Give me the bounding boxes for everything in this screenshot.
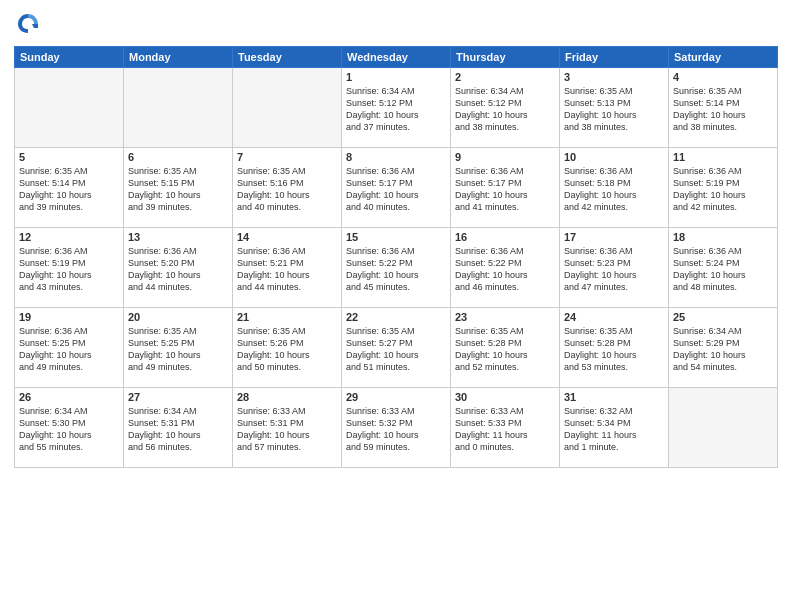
calendar-cell: 12Sunrise: 6:36 AM Sunset: 5:19 PM Dayli… xyxy=(15,228,124,308)
day-info: Sunrise: 6:34 AM Sunset: 5:31 PM Dayligh… xyxy=(128,405,228,454)
day-info: Sunrise: 6:34 AM Sunset: 5:30 PM Dayligh… xyxy=(19,405,119,454)
day-info: Sunrise: 6:36 AM Sunset: 5:22 PM Dayligh… xyxy=(455,245,555,294)
day-number: 2 xyxy=(455,71,555,83)
calendar-cell: 26Sunrise: 6:34 AM Sunset: 5:30 PM Dayli… xyxy=(15,388,124,468)
calendar-cell: 29Sunrise: 6:33 AM Sunset: 5:32 PM Dayli… xyxy=(342,388,451,468)
day-number: 19 xyxy=(19,311,119,323)
day-info: Sunrise: 6:35 AM Sunset: 5:16 PM Dayligh… xyxy=(237,165,337,214)
calendar-cell xyxy=(124,68,233,148)
calendar-cell: 18Sunrise: 6:36 AM Sunset: 5:24 PM Dayli… xyxy=(669,228,778,308)
day-number: 27 xyxy=(128,391,228,403)
calendar-cell xyxy=(233,68,342,148)
weekday-header-row: SundayMondayTuesdayWednesdayThursdayFrid… xyxy=(15,47,778,68)
calendar-cell: 5Sunrise: 6:35 AM Sunset: 5:14 PM Daylig… xyxy=(15,148,124,228)
day-info: Sunrise: 6:34 AM Sunset: 5:29 PM Dayligh… xyxy=(673,325,773,374)
day-number: 31 xyxy=(564,391,664,403)
day-number: 1 xyxy=(346,71,446,83)
calendar-cell: 20Sunrise: 6:35 AM Sunset: 5:25 PM Dayli… xyxy=(124,308,233,388)
day-info: Sunrise: 6:36 AM Sunset: 5:23 PM Dayligh… xyxy=(564,245,664,294)
calendar-cell: 24Sunrise: 6:35 AM Sunset: 5:28 PM Dayli… xyxy=(560,308,669,388)
day-number: 14 xyxy=(237,231,337,243)
day-info: Sunrise: 6:36 AM Sunset: 5:22 PM Dayligh… xyxy=(346,245,446,294)
day-number: 6 xyxy=(128,151,228,163)
day-number: 30 xyxy=(455,391,555,403)
day-info: Sunrise: 6:35 AM Sunset: 5:13 PM Dayligh… xyxy=(564,85,664,134)
calendar-cell: 22Sunrise: 6:35 AM Sunset: 5:27 PM Dayli… xyxy=(342,308,451,388)
day-number: 25 xyxy=(673,311,773,323)
calendar-cell: 6Sunrise: 6:35 AM Sunset: 5:15 PM Daylig… xyxy=(124,148,233,228)
day-info: Sunrise: 6:36 AM Sunset: 5:21 PM Dayligh… xyxy=(237,245,337,294)
day-info: Sunrise: 6:35 AM Sunset: 5:25 PM Dayligh… xyxy=(128,325,228,374)
calendar-cell: 11Sunrise: 6:36 AM Sunset: 5:19 PM Dayli… xyxy=(669,148,778,228)
calendar-cell: 17Sunrise: 6:36 AM Sunset: 5:23 PM Dayli… xyxy=(560,228,669,308)
calendar-cell xyxy=(15,68,124,148)
calendar-cell: 19Sunrise: 6:36 AM Sunset: 5:25 PM Dayli… xyxy=(15,308,124,388)
calendar-cell: 14Sunrise: 6:36 AM Sunset: 5:21 PM Dayli… xyxy=(233,228,342,308)
day-info: Sunrise: 6:36 AM Sunset: 5:25 PM Dayligh… xyxy=(19,325,119,374)
day-number: 28 xyxy=(237,391,337,403)
day-info: Sunrise: 6:33 AM Sunset: 5:33 PM Dayligh… xyxy=(455,405,555,454)
page: SundayMondayTuesdayWednesdayThursdayFrid… xyxy=(0,0,792,612)
calendar-cell: 9Sunrise: 6:36 AM Sunset: 5:17 PM Daylig… xyxy=(451,148,560,228)
calendar-cell: 28Sunrise: 6:33 AM Sunset: 5:31 PM Dayli… xyxy=(233,388,342,468)
calendar-cell: 10Sunrise: 6:36 AM Sunset: 5:18 PM Dayli… xyxy=(560,148,669,228)
weekday-wednesday: Wednesday xyxy=(342,47,451,68)
day-number: 13 xyxy=(128,231,228,243)
day-number: 8 xyxy=(346,151,446,163)
week-row-1: 1Sunrise: 6:34 AM Sunset: 5:12 PM Daylig… xyxy=(15,68,778,148)
calendar-cell xyxy=(669,388,778,468)
day-number: 15 xyxy=(346,231,446,243)
day-info: Sunrise: 6:36 AM Sunset: 5:19 PM Dayligh… xyxy=(673,165,773,214)
day-info: Sunrise: 6:32 AM Sunset: 5:34 PM Dayligh… xyxy=(564,405,664,454)
day-info: Sunrise: 6:35 AM Sunset: 5:15 PM Dayligh… xyxy=(128,165,228,214)
calendar-cell: 3Sunrise: 6:35 AM Sunset: 5:13 PM Daylig… xyxy=(560,68,669,148)
calendar-cell: 31Sunrise: 6:32 AM Sunset: 5:34 PM Dayli… xyxy=(560,388,669,468)
week-row-4: 19Sunrise: 6:36 AM Sunset: 5:25 PM Dayli… xyxy=(15,308,778,388)
day-info: Sunrise: 6:36 AM Sunset: 5:24 PM Dayligh… xyxy=(673,245,773,294)
day-info: Sunrise: 6:35 AM Sunset: 5:14 PM Dayligh… xyxy=(673,85,773,134)
day-number: 29 xyxy=(346,391,446,403)
weekday-monday: Monday xyxy=(124,47,233,68)
day-info: Sunrise: 6:35 AM Sunset: 5:14 PM Dayligh… xyxy=(19,165,119,214)
day-info: Sunrise: 6:33 AM Sunset: 5:31 PM Dayligh… xyxy=(237,405,337,454)
day-number: 20 xyxy=(128,311,228,323)
logo xyxy=(14,10,46,38)
weekday-friday: Friday xyxy=(560,47,669,68)
weekday-thursday: Thursday xyxy=(451,47,560,68)
day-number: 3 xyxy=(564,71,664,83)
day-number: 10 xyxy=(564,151,664,163)
calendar-cell: 2Sunrise: 6:34 AM Sunset: 5:12 PM Daylig… xyxy=(451,68,560,148)
day-info: Sunrise: 6:36 AM Sunset: 5:17 PM Dayligh… xyxy=(346,165,446,214)
calendar-cell: 13Sunrise: 6:36 AM Sunset: 5:20 PM Dayli… xyxy=(124,228,233,308)
day-info: Sunrise: 6:36 AM Sunset: 5:18 PM Dayligh… xyxy=(564,165,664,214)
day-info: Sunrise: 6:35 AM Sunset: 5:28 PM Dayligh… xyxy=(564,325,664,374)
calendar-cell: 15Sunrise: 6:36 AM Sunset: 5:22 PM Dayli… xyxy=(342,228,451,308)
calendar-cell: 1Sunrise: 6:34 AM Sunset: 5:12 PM Daylig… xyxy=(342,68,451,148)
calendar: SundayMondayTuesdayWednesdayThursdayFrid… xyxy=(14,46,778,468)
day-number: 5 xyxy=(19,151,119,163)
day-info: Sunrise: 6:34 AM Sunset: 5:12 PM Dayligh… xyxy=(346,85,446,134)
calendar-cell: 27Sunrise: 6:34 AM Sunset: 5:31 PM Dayli… xyxy=(124,388,233,468)
weekday-sunday: Sunday xyxy=(15,47,124,68)
calendar-cell: 30Sunrise: 6:33 AM Sunset: 5:33 PM Dayli… xyxy=(451,388,560,468)
day-info: Sunrise: 6:35 AM Sunset: 5:27 PM Dayligh… xyxy=(346,325,446,374)
day-info: Sunrise: 6:33 AM Sunset: 5:32 PM Dayligh… xyxy=(346,405,446,454)
calendar-cell: 4Sunrise: 6:35 AM Sunset: 5:14 PM Daylig… xyxy=(669,68,778,148)
weekday-saturday: Saturday xyxy=(669,47,778,68)
day-number: 11 xyxy=(673,151,773,163)
day-info: Sunrise: 6:36 AM Sunset: 5:19 PM Dayligh… xyxy=(19,245,119,294)
day-number: 18 xyxy=(673,231,773,243)
day-number: 22 xyxy=(346,311,446,323)
calendar-cell: 23Sunrise: 6:35 AM Sunset: 5:28 PM Dayli… xyxy=(451,308,560,388)
svg-marker-0 xyxy=(32,24,38,28)
calendar-cell: 16Sunrise: 6:36 AM Sunset: 5:22 PM Dayli… xyxy=(451,228,560,308)
weekday-tuesday: Tuesday xyxy=(233,47,342,68)
calendar-cell: 7Sunrise: 6:35 AM Sunset: 5:16 PM Daylig… xyxy=(233,148,342,228)
week-row-2: 5Sunrise: 6:35 AM Sunset: 5:14 PM Daylig… xyxy=(15,148,778,228)
day-number: 4 xyxy=(673,71,773,83)
week-row-3: 12Sunrise: 6:36 AM Sunset: 5:19 PM Dayli… xyxy=(15,228,778,308)
calendar-cell: 21Sunrise: 6:35 AM Sunset: 5:26 PM Dayli… xyxy=(233,308,342,388)
day-number: 23 xyxy=(455,311,555,323)
calendar-cell: 25Sunrise: 6:34 AM Sunset: 5:29 PM Dayli… xyxy=(669,308,778,388)
day-info: Sunrise: 6:36 AM Sunset: 5:17 PM Dayligh… xyxy=(455,165,555,214)
